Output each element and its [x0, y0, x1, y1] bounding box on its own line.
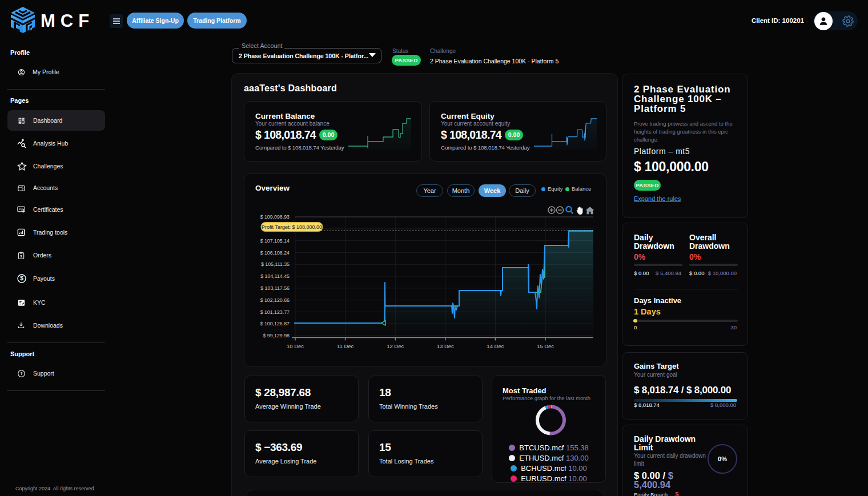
svg-text:$ 100,126.87: $ 100,126.87 — [260, 321, 290, 326]
svg-text:15 Dec: 15 Dec — [537, 343, 554, 349]
svg-text:14 Dec: 14 Dec — [487, 343, 504, 349]
svg-text:$ 102,120.66: $ 102,120.66 — [260, 297, 290, 303]
svg-text:$: $ — [20, 255, 22, 258]
svg-text:11 Dec: 11 Dec — [337, 343, 354, 349]
svg-text:$ 105,111.35: $ 105,111.35 — [261, 261, 290, 267]
svg-text:10 Dec: 10 Dec — [287, 343, 304, 349]
svg-text:$: $ — [20, 275, 23, 281]
svg-text:$ 107,105.14: $ 107,105.14 — [260, 238, 290, 244]
svg-text:$ 99,129.98: $ 99,129.98 — [263, 333, 290, 338]
svg-text:12 Dec: 12 Dec — [387, 343, 404, 349]
svg-text:$ 103,117.56: $ 103,117.56 — [260, 285, 290, 291]
svg-text:$ 106,108.24: $ 106,108.24 — [260, 250, 290, 256]
svg-text:13 Dec: 13 Dec — [437, 343, 454, 349]
svg-text:$ 109,098.93: $ 109,098.93 — [260, 214, 290, 220]
svg-text:Profit Target: $ 108,000.00: Profit Target: $ 108,000.00 — [262, 224, 322, 230]
svg-text:$ 104,114.45: $ 104,114.45 — [260, 273, 290, 279]
svg-text:?: ? — [20, 372, 22, 376]
svg-text:$ 101,123.77: $ 101,123.77 — [260, 309, 290, 315]
